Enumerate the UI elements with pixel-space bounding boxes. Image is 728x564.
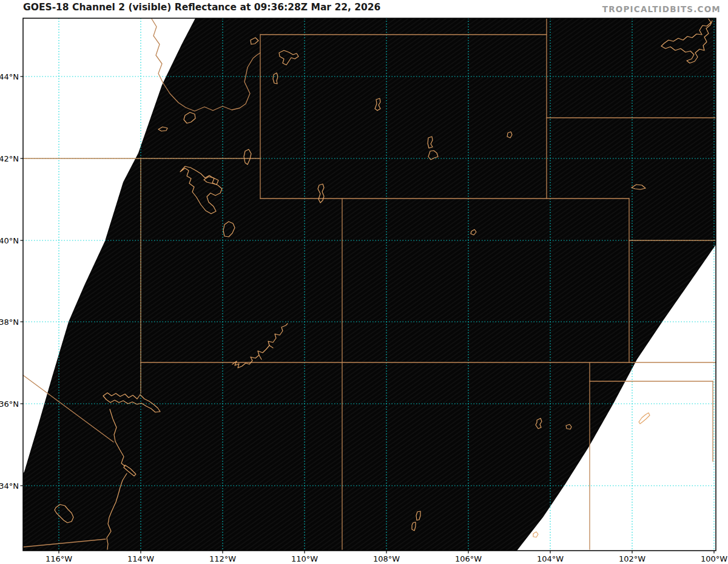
longitude-label-104°W: 104°W xyxy=(537,554,564,563)
longitude-label-100°W: 100°W xyxy=(701,554,727,563)
longitude-label-112°W: 112°W xyxy=(209,554,236,563)
longitude-label-106°W: 106°W xyxy=(455,554,482,563)
satellite-image-page: GOES-18 Channel 2 (visible) Reflectance … xyxy=(0,0,728,564)
latitude-label-44°N: 44°N xyxy=(0,72,19,81)
longitude-label-110°W: 110°W xyxy=(291,554,318,563)
longitude-label-102°W: 102°W xyxy=(619,554,645,563)
longitude-label-114°W: 114°W xyxy=(127,554,154,563)
latitude-label-38°N: 38°N xyxy=(0,318,19,327)
latitude-label-42°N: 42°N xyxy=(0,154,19,163)
satellite-map xyxy=(0,0,728,564)
longitude-label-116°W: 116°W xyxy=(46,554,72,563)
latitude-label-34°N: 34°N xyxy=(0,481,19,491)
longitude-label-108°W: 108°W xyxy=(373,554,400,563)
latitude-label-36°N: 36°N xyxy=(0,399,19,409)
latitude-label-40°N: 40°N xyxy=(0,236,19,245)
